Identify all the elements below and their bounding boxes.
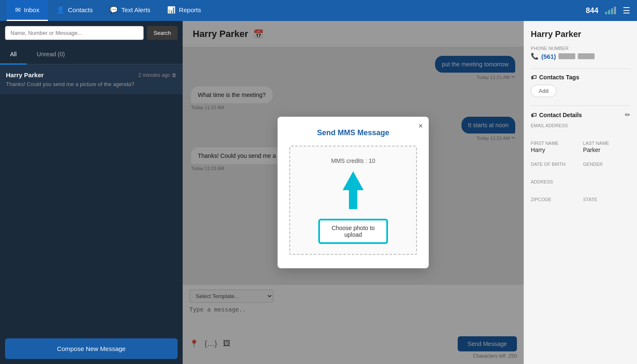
address-value (531, 185, 630, 192)
choose-photo-button[interactable]: Choose photo to upload (319, 220, 388, 243)
sidebar: Search All Unread (0) Harry Parker 2 min… (0, 21, 183, 364)
arrow-down-icon (336, 169, 370, 213)
last-name-field: LAST NAME Parker (583, 141, 631, 158)
first-name-field: FIRST NAME Harry (531, 141, 578, 158)
email-label: EMAIL ADDRESS (531, 123, 630, 128)
modal-overlay: × Send MMS Message MMS credits : 10 Choo… (183, 21, 524, 364)
reports-icon: 📊 (167, 6, 176, 14)
rp-fields-grid: FIRST NAME Harry LAST NAME Parker DATE O… (531, 141, 630, 179)
rp-tags-header: 🏷 Contacts Tags (531, 74, 630, 81)
tabs: All Unread (0) (0, 45, 183, 65)
details-icon: 🏷 (531, 112, 537, 118)
upload-area: MMS credits : 10 Choose photo to upload (289, 146, 417, 255)
inbox-icon: ✉ (15, 6, 21, 14)
nav-reports[interactable]: 📊 Reports (159, 0, 210, 21)
main-chat: Harry Parker 📅 put the meeting tomorrow … (183, 21, 524, 364)
rp-phone-value: 📞 (561) (531, 52, 630, 60)
nav-inbox[interactable]: ✉ Inbox (7, 0, 48, 21)
email-value (531, 129, 630, 136)
nav-count: 844 (586, 6, 598, 15)
nav-reports-label: Reports (179, 6, 201, 13)
signal-bars (605, 7, 616, 14)
modal-title: Send MMS Message (289, 128, 417, 137)
gender-field: GENDER (583, 162, 631, 179)
dob-value (531, 168, 578, 174)
nav-contacts[interactable]: 👤 Contacts (48, 0, 101, 21)
contact-header: Harry Parker 2 minutes ago 🗑 (6, 71, 177, 79)
tab-unread[interactable]: Unread (0) (27, 45, 75, 65)
trash-icon[interactable]: 🗑 (172, 72, 177, 78)
contact-list-item[interactable]: Harry Parker 2 minutes ago 🗑 Thanks! Cou… (0, 65, 183, 94)
rp-details-header: 🏷 Contact Details ✏ (531, 111, 630, 119)
divider (531, 105, 630, 106)
rp-tags-section: 🏷 Contacts Tags Add (531, 74, 630, 97)
search-input[interactable] (5, 26, 144, 40)
dob-field: DATE OF BIRTH (531, 162, 578, 179)
mms-modal: × Send MMS Message MMS credits : 10 Choo… (278, 117, 429, 268)
rp-details-title: 🏷 Contact Details (531, 112, 582, 118)
mms-credits-label: MMS credits : 10 (331, 157, 375, 164)
nav-text-alerts-label: Text Alerts (121, 6, 150, 13)
right-panel: Harry Parker PHONE NUMBER 📞 (561) 🏷 Cont… (524, 21, 637, 364)
hamburger-icon[interactable]: ☰ (623, 5, 630, 16)
first-name-value: Harry (531, 147, 578, 153)
add-tag-button[interactable]: Add (531, 85, 556, 97)
nav-contacts-label: Contacts (68, 6, 93, 13)
edit-icon[interactable]: ✏ (625, 111, 630, 119)
nav-right: 844 ☰ (586, 5, 630, 16)
divider (531, 68, 630, 69)
main-layout: Search All Unread (0) Harry Parker 2 min… (0, 21, 637, 364)
nav-text-alerts[interactable]: 💬 Text Alerts (101, 0, 159, 21)
search-bar: Search (0, 21, 183, 45)
gender-value (583, 168, 631, 174)
search-button[interactable]: Search (147, 26, 178, 40)
contact-preview: Thanks! Could you send me a picture of t… (6, 81, 177, 87)
compose-button[interactable]: Compose New Message (5, 338, 178, 359)
tag-icon: 🏷 (531, 74, 537, 81)
text-alerts-icon: 💬 (110, 6, 118, 14)
top-nav: ✉ Inbox 👤 Contacts 💬 Text Alerts 📊 Repor… (0, 0, 637, 21)
rp-contact-name: Harry Parker (531, 29, 630, 39)
modal-close-button[interactable]: × (418, 122, 423, 131)
phone-blurred-2 (578, 53, 595, 59)
rp-zip-state-grid: ZIPCODE STATE (531, 197, 630, 215)
contact-time: 2 minutes ago 🗑 (139, 72, 177, 78)
nav-inbox-label: Inbox (24, 6, 39, 13)
rp-phone-label: PHONE NUMBER (531, 46, 630, 51)
zipcode-field: ZIPCODE (531, 197, 578, 215)
tab-all[interactable]: All (0, 45, 27, 65)
rp-tags-title: 🏷 Contacts Tags (531, 74, 579, 81)
address-label: ADDRESS (531, 179, 630, 184)
svg-marker-0 (343, 171, 364, 209)
zipcode-value (531, 203, 578, 209)
contacts-icon: 👤 (56, 6, 65, 14)
rp-phone-section: PHONE NUMBER 📞 (561) (531, 46, 630, 60)
phone-blurred-1 (558, 53, 575, 59)
state-value (583, 203, 631, 209)
state-field: STATE (583, 197, 631, 215)
rp-details-section: 🏷 Contact Details ✏ EMAIL ADDRESS FIRST … (531, 111, 630, 215)
phone-icon: 📞 (531, 52, 539, 60)
last-name-value: Parker (583, 147, 631, 153)
contact-name: Harry Parker (6, 71, 44, 79)
